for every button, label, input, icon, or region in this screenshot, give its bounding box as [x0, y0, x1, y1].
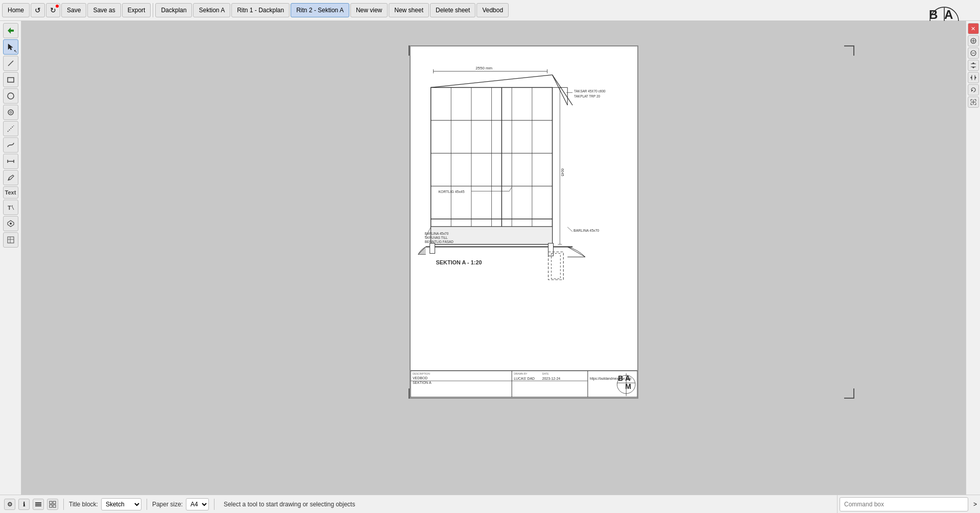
- svg-text:2023-12-24: 2023-12-24: [542, 377, 561, 380]
- svg-line-52: [567, 247, 585, 257]
- select-tool-btn[interactable]: ↖: [3, 39, 18, 55]
- svg-line-13: [8, 126, 14, 132]
- flip-v-btn[interactable]: [968, 60, 979, 71]
- diagonal-tool-btn[interactable]: [3, 121, 18, 136]
- symbol-tool-btn[interactable]: [3, 216, 18, 231]
- export-button[interactable]: Export: [122, 3, 151, 17]
- command-input[interactable]: [840, 497, 968, 511]
- expand-btn[interactable]: [968, 96, 979, 108]
- command-box: >: [837, 495, 980, 513]
- layers-icon-btn[interactable]: [33, 499, 44, 510]
- svg-line-19: [12, 206, 14, 210]
- sb-sep-2: [147, 499, 147, 510]
- svg-line-26: [431, 75, 553, 88]
- svg-text:BEFINTLIG FASAD: BEFINTLIG FASAD: [425, 240, 454, 243]
- right-toolbar: ✕: [966, 21, 980, 495]
- svg-text:VEDBOD: VEDBOD: [413, 376, 427, 380]
- text-tool-btn[interactable]: Text: [3, 186, 18, 199]
- svg-text:DRAWN BY: DRAWN BY: [514, 373, 528, 375]
- grid-tool-btn[interactable]: [3, 232, 18, 248]
- svg-text:KORTLIG 45x45: KORTLIG 45x45: [439, 190, 465, 194]
- svg-text:2550 mm: 2550 mm: [475, 66, 492, 70]
- svg-marker-99: [972, 62, 975, 64]
- svg-text:BARLINA 45x70: BARLINA 45x70: [573, 229, 599, 232]
- corner-br: [844, 388, 854, 399]
- svg-marker-101: [972, 67, 975, 68]
- circle-tool-btn[interactable]: [3, 88, 18, 104]
- svg-marker-105: [975, 76, 976, 79]
- settings-icon-btn[interactable]: ⚙: [4, 499, 15, 510]
- sb-sep-1: [63, 499, 64, 510]
- corner-tr: [844, 45, 854, 56]
- rotate-btn[interactable]: [968, 84, 979, 95]
- zoom-out-btn[interactable]: [968, 47, 979, 59]
- svg-line-65: [567, 227, 572, 232]
- tab-new-view[interactable]: New view: [350, 3, 388, 17]
- svg-text:B: B: [618, 374, 623, 382]
- svg-text:SKRUVAS TILL: SKRUVAS TILL: [425, 236, 448, 239]
- svg-text:DESCRIPTION: DESCRIPTION: [413, 373, 430, 375]
- tab-ritn1-dackplan[interactable]: Ritn 1 - Dackplan: [231, 3, 290, 17]
- edit-tool-btn[interactable]: [3, 170, 18, 185]
- navigate-tool-btn[interactable]: [3, 23, 18, 38]
- separator-1: [153, 3, 153, 17]
- zoom-fit-btn[interactable]: [968, 35, 979, 46]
- svg-text:SEKTION A: SEKTION A: [413, 381, 432, 384]
- svg-marker-103: [970, 76, 972, 79]
- canvas-area[interactable]: 2550 mm: [21, 21, 966, 495]
- info-icon-btn[interactable]: ℹ: [18, 499, 30, 510]
- close-view-btn[interactable]: ✕: [968, 23, 979, 34]
- svg-rect-51: [548, 243, 554, 256]
- tab-dackplan[interactable]: Dackplan: [155, 3, 192, 17]
- command-arrow[interactable]: >: [970, 501, 980, 508]
- left-toolbar: ↖: [0, 21, 21, 495]
- arc-tool-btn[interactable]: [3, 105, 18, 120]
- svg-rect-9: [8, 78, 14, 82]
- svg-rect-23: [8, 237, 14, 243]
- undo-button[interactable]: ↺: [31, 3, 45, 17]
- rectangle-tool-btn[interactable]: [3, 72, 18, 87]
- svg-text:DATE: DATE: [542, 373, 549, 375]
- curve-tool-btn[interactable]: [3, 137, 18, 153]
- svg-rect-53: [552, 253, 561, 279]
- tab-ritn2-sektion-a[interactable]: Ritn 2 - Sektion A: [291, 3, 349, 17]
- drawing-content: 2550 mm: [411, 46, 637, 398]
- svg-text:BARLINA 45x70: BARLINA 45x70: [425, 232, 449, 235]
- save-button[interactable]: Save: [61, 3, 86, 17]
- svg-text:LUCAS' DAD: LUCAS' DAD: [514, 377, 535, 380]
- paper-size-select[interactable]: A4 A3 A2 A1 A0: [186, 498, 209, 510]
- svg-text:6045: 6045: [561, 168, 564, 177]
- tab-vedbod[interactable]: Vedbod: [476, 3, 509, 17]
- save-as-button[interactable]: Save as: [87, 3, 121, 17]
- tab-sektion-a[interactable]: Sektion A: [193, 3, 230, 17]
- paper-size-label: Paper size:: [152, 501, 183, 508]
- flip-h-btn[interactable]: [968, 72, 979, 83]
- svg-marker-7: [8, 44, 13, 50]
- measure-tool-btn[interactable]: [3, 154, 18, 169]
- svg-rect-118: [35, 504, 41, 505]
- redo-button[interactable]: ↻: [46, 3, 60, 17]
- svg-text:TAKPLAT TRP 20: TAKPLAT TRP 20: [574, 94, 600, 98]
- svg-text:TAKSAR 45X70 c600: TAKSAR 45X70 c600: [574, 89, 606, 93]
- title-block-select[interactable]: Sketch Standard None: [101, 498, 141, 510]
- svg-rect-121: [53, 501, 56, 504]
- home-button[interactable]: Home: [2, 3, 30, 17]
- svg-rect-120: [50, 501, 52, 504]
- svg-rect-117: [35, 502, 41, 503]
- svg-rect-50: [430, 243, 435, 254]
- snap-icon-btn[interactable]: [47, 499, 58, 510]
- line-tool-btn[interactable]: [3, 56, 18, 71]
- tab-new-sheet[interactable]: New sheet: [389, 3, 429, 17]
- text-size-tool-btn[interactable]: T: [3, 200, 18, 215]
- svg-point-11: [8, 110, 13, 115]
- svg-marker-106: [971, 90, 973, 92]
- svg-point-22: [10, 223, 12, 225]
- title-block-label: Title block:: [69, 501, 98, 508]
- svg-line-8: [8, 61, 13, 66]
- sb-sep-3: [214, 499, 214, 510]
- tab-delete-sheet[interactable]: Delete sheet: [430, 3, 475, 17]
- svg-text:T: T: [8, 205, 11, 211]
- status-bar: ⚙ ℹ Title block: Sketch Standard None Pa…: [0, 495, 980, 513]
- svg-line-33: [553, 75, 573, 105]
- svg-text:SEKTION A - 1:20: SEKTION A - 1:20: [436, 259, 482, 265]
